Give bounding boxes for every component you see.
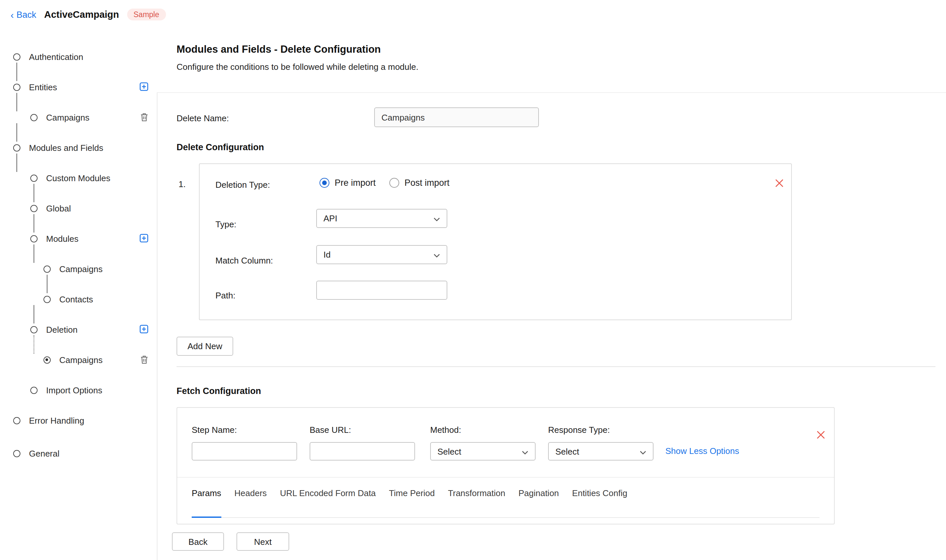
sample-badge: Sample [127,9,166,20]
tree-connector [34,184,34,202]
sidebar-nav: Authentication Entities Campaigns Module… [0,29,157,560]
step-circle-icon [13,83,20,91]
step-circle-icon [30,326,38,333]
show-less-options-link[interactable]: Show Less Options [665,446,739,456]
fetch-config-tabs: Params Headers URL Encoded Form Data Tim… [192,478,820,518]
radio-selected-icon [320,178,329,188]
sidebar-item-deletion[interactable]: Deletion [30,323,77,336]
tab-url-encoded-form-data[interactable]: URL Encoded Form Data [280,478,376,518]
add-new-button[interactable]: Add New [177,337,233,356]
step-name-label: Step Name: [192,425,237,435]
delete-configuration-heading: Delete Configuration [177,142,264,152]
page-title: Modules and Fields - Delete Configuratio… [177,43,381,55]
response-type-select[interactable]: Select [548,442,654,460]
tab-time-period[interactable]: Time Period [389,478,435,518]
path-input[interactable] [316,281,447,300]
section-divider [177,366,935,367]
remove-delete-config-icon[interactable] [775,178,784,188]
type-label: Type: [215,219,237,229]
step-circle-icon [13,417,20,424]
step-circle-icon [30,386,38,394]
step-circle-icon [13,450,20,457]
sidebar-item-entities-campaigns[interactable]: Campaigns [30,111,89,124]
fetch-configuration-card: Step Name: Base URL: Method: Select Resp… [177,407,835,525]
tree-connector-dotted [34,335,34,354]
page-subtitle: Configure the conditions to be followed … [177,62,418,72]
method-select-value: Select [437,446,461,456]
app-title: ActiveCampaign [44,9,119,20]
pre-import-radio[interactable]: Pre import [320,178,376,188]
tree-connector [34,245,34,263]
sidebar-item-deletion-campaigns-selected[interactable]: Campaigns [43,353,103,366]
match-column-label: Match Column: [215,255,273,266]
step-circle-icon [30,205,38,212]
delete-name-input[interactable] [374,108,539,127]
response-type-select-value: Select [555,446,579,456]
tree-connector [34,305,34,323]
chevron-down-icon [522,446,528,456]
delete-entities-campaigns-icon[interactable] [140,113,148,122]
type-select-value: API [323,214,337,223]
sidebar-item-general[interactable]: General [13,447,60,460]
deletion-type-label: Deletion Type: [215,180,270,190]
tree-connector [47,275,48,293]
path-label: Path: [215,291,235,300]
next-button[interactable]: Next [237,532,289,551]
sidebar-item-import-options[interactable]: Import Options [30,383,102,397]
back-link[interactable]: ‹ Back [11,9,36,20]
match-column-select[interactable]: Id [316,245,447,264]
radio-unselected-icon [389,178,399,188]
tree-connector [17,63,17,81]
add-modules-icon[interactable] [140,234,148,242]
base-url-label: Base URL: [310,425,351,435]
method-select[interactable]: Select [430,442,535,460]
chevron-down-icon [434,214,440,223]
sidebar-item-modules-contacts[interactable]: Contacts [43,292,93,306]
sidebar-item-modules-campaigns[interactable]: Campaigns [43,262,103,275]
sidebar-item-modules-and-fields[interactable]: Modules and Fields [13,141,103,154]
chevron-down-icon [434,250,440,260]
back-button[interactable]: Back [172,532,224,551]
sidebar-item-authentication[interactable]: Authentication [13,50,83,63]
delete-configuration-card: Deletion Type: Pre import Post import Ty… [199,163,792,320]
sidebar-item-modules[interactable]: Modules [30,232,78,245]
delete-deletion-campaigns-icon[interactable] [140,355,148,364]
step-circle-icon [30,235,38,242]
tree-connector [34,214,34,232]
sidebar-item-custom-modules[interactable]: Custom Modules [30,171,110,185]
delete-config-item-number: 1. [178,179,186,189]
post-import-radio[interactable]: Post import [389,178,450,188]
add-entities-icon[interactable] [140,82,148,91]
remove-fetch-config-icon[interactable] [816,430,826,440]
tab-pagination[interactable]: Pagination [518,478,559,518]
step-circle-icon [30,114,38,121]
tree-connector [17,123,17,142]
step-circle-icon [30,174,38,182]
tab-params[interactable]: Params [192,478,222,518]
match-column-select-value: Id [323,250,331,260]
step-circle-icon [13,53,20,60]
sidebar-item-global[interactable]: Global [30,202,71,215]
method-label: Method: [430,425,461,435]
tab-transformation[interactable]: Transformation [448,478,505,518]
step-circle-selected-icon [43,356,51,363]
page-header-block: Modules and Fields - Delete Configuratio… [157,29,946,93]
step-circle-icon [13,144,20,151]
tab-headers[interactable]: Headers [235,478,267,518]
top-header: ‹ Back ActiveCampaign Sample [0,0,946,30]
back-link-label: Back [17,9,36,20]
tree-connector [17,154,17,172]
base-url-input[interactable] [310,442,415,460]
tab-entities-config[interactable]: Entities Config [572,478,628,518]
fetch-configuration-heading: Fetch Configuration [177,386,261,396]
step-circle-icon [43,265,51,272]
page: ‹ Back ActiveCampaign Sample Authenticat… [0,0,946,560]
response-type-label: Response Type: [548,425,610,435]
sidebar-item-entities[interactable]: Entities [13,80,57,94]
type-select[interactable]: API [316,209,447,228]
add-deletion-icon[interactable] [140,325,148,333]
sidebar-item-error-handling[interactable]: Error Handling [13,414,84,427]
chevron-down-icon [640,446,646,456]
step-name-input[interactable] [192,442,297,460]
delete-name-label: Delete Name: [177,113,229,123]
